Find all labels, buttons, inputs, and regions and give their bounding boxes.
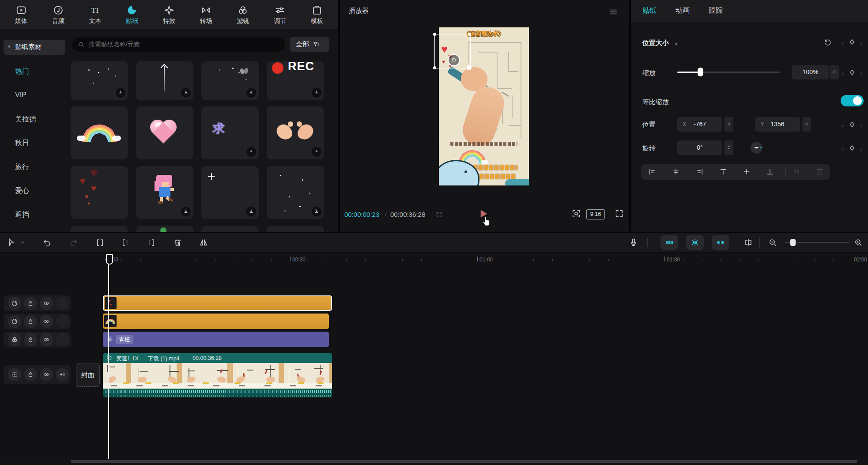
download-icon[interactable]: [312, 147, 321, 157]
keyframe-next-icon[interactable]: ›: [860, 146, 862, 152]
aspect-ratio-button[interactable]: 9:16: [586, 209, 605, 219]
distribute-horizontal-button[interactable]: [793, 168, 800, 176]
rotate-handle[interactable]: [448, 54, 460, 66]
selection-handle[interactable]: [468, 33, 471, 36]
dark-hearts-sticker[interactable]: ♥♥♥♥♥: [71, 166, 128, 219]
player-menu-icon[interactable]: [608, 7, 618, 17]
star-dots-sticker[interactable]: [267, 166, 324, 219]
keyframe-prev-icon[interactable]: ‹: [842, 146, 844, 152]
sparkle-dots-sticker[interactable]: [71, 61, 128, 100]
sticker-clip-selected[interactable]: ♥ ♥: [103, 295, 332, 311]
download-icon[interactable]: [181, 207, 191, 216]
align-left-button[interactable]: [648, 168, 656, 176]
video-clip[interactable]: 变速1.1X 下载 (1).mp4 00:00:36:28: [103, 353, 332, 397]
toggle-visibility-button[interactable]: [40, 315, 53, 328]
small-sparkle-sticker[interactable]: [201, 166, 259, 219]
timeline-zoom-in-button[interactable]: [854, 238, 863, 247]
pink-heart-sticker[interactable]: [136, 106, 193, 159]
sidebar-category-1[interactable]: 热门: [15, 67, 29, 78]
split-keep-right-button[interactable]: [147, 238, 156, 247]
qiu-text-sticker[interactable]: 求: [201, 106, 259, 159]
keyframe-prev-icon[interactable]: ‹: [842, 122, 844, 129]
tab-animation[interactable]: 动画: [676, 6, 690, 15]
sticker-track-icon[interactable]: [8, 315, 21, 328]
align-vertical-center-button[interactable]: [743, 168, 751, 176]
filter-button[interactable]: 全部: [290, 37, 329, 52]
select-tool-button[interactable]: [6, 238, 16, 247]
auto-highlight-button[interactable]: [686, 235, 704, 250]
pixel-girl-sticker[interactable]: [136, 166, 193, 219]
timeline-zoom-out-button[interactable]: [768, 238, 777, 247]
rotation-dial[interactable]: [751, 142, 762, 154]
download-icon[interactable]: [246, 88, 256, 98]
delete-button[interactable]: [173, 238, 182, 247]
download-icon[interactable]: [246, 207, 256, 216]
selection-handle[interactable]: [467, 65, 472, 70]
rotation-stepper[interactable]: [725, 140, 733, 155]
video-track-icon[interactable]: [8, 368, 21, 381]
keyframe-next-icon[interactable]: ›: [860, 70, 862, 76]
sidebar-category-2[interactable]: VIP: [15, 91, 26, 102]
keyframe-diamond-icon[interactable]: [848, 38, 856, 46]
timeline-ruler[interactable]: 00:0000:3001:0001:3002:00: [0, 254, 868, 266]
download-icon[interactable]: [312, 207, 321, 216]
sidebar-category-3[interactable]: 美拉德: [15, 115, 36, 125]
toolbar-item-template[interactable]: 模板: [311, 4, 323, 25]
position-x-input[interactable]: X -767: [677, 117, 722, 132]
download-icon[interactable]: [246, 147, 256, 157]
toolbar-item-media[interactable]: 媒体: [15, 4, 27, 25]
toggle-visibility-button[interactable]: [40, 297, 53, 310]
lock-track-button[interactable]: [24, 333, 37, 346]
position-y-input[interactable]: Y 1356: [755, 117, 800, 132]
keyframe-diamond-icon[interactable]: [848, 144, 856, 152]
distribute-vertical-button[interactable]: [816, 168, 824, 176]
keyframe-diamond-icon[interactable]: [848, 121, 856, 129]
playhead-handle[interactable]: [106, 254, 113, 265]
frame-grid-icon[interactable]: [434, 210, 445, 219]
undo-button[interactable]: [42, 238, 52, 247]
uniform-scale-toggle[interactable]: [841, 95, 864, 106]
sticker-tile-partial[interactable]: [267, 226, 324, 232]
record-voiceover-button[interactable]: [629, 238, 638, 247]
align-top-button[interactable]: [719, 168, 727, 176]
lock-track-button[interactable]: [24, 368, 37, 381]
preview-zoom-button[interactable]: [571, 209, 581, 219]
align-right-button[interactable]: [696, 168, 704, 176]
toolbar-item-sticker[interactable]: 贴纸: [126, 4, 138, 25]
toolbar-item-effects[interactable]: 特效: [163, 4, 175, 25]
toolbar-item-transition[interactable]: 转场: [200, 4, 212, 25]
download-icon[interactable]: [116, 88, 125, 98]
tab-sticker[interactable]: 贴纸: [642, 6, 657, 15]
lock-track-button[interactable]: [24, 297, 37, 310]
toggle-visibility-button[interactable]: [40, 368, 53, 381]
keyframe-prev-icon[interactable]: ‹: [842, 70, 844, 76]
align-horizontal-center-button[interactable]: [672, 168, 680, 176]
position-x-stepper[interactable]: [725, 117, 733, 132]
lock-track-button[interactable]: [24, 315, 37, 328]
collapse-icon[interactable]: ▴: [675, 41, 677, 45]
reset-button[interactable]: [823, 38, 832, 47]
toolbar-item-filter3[interactable]: 滤镜: [237, 4, 249, 25]
mute-track-button[interactable]: [56, 368, 69, 381]
keyframe-next-icon[interactable]: ›: [860, 40, 862, 46]
heart-hands-sticker[interactable]: [267, 106, 324, 159]
keyframe-diamond-icon[interactable]: [848, 68, 856, 76]
toggle-visibility-button[interactable]: [40, 333, 53, 346]
scrollbar-thumb[interactable]: [71, 460, 857, 463]
search-input[interactable]: 搜索贴纸名称/元素: [72, 38, 285, 52]
toolbar-item-text[interactable]: TI文本: [89, 4, 101, 25]
sticker-tile-partial[interactable]: [136, 226, 193, 232]
selection-handle[interactable]: [433, 33, 436, 36]
select-tool-dropdown[interactable]: [19, 239, 26, 246]
selection-handle[interactable]: [433, 66, 436, 69]
sidebar-category-7[interactable]: 遮挡: [15, 210, 29, 221]
sticker-tile-partial[interactable]: [71, 226, 128, 232]
rotation-input[interactable]: 0°: [677, 140, 722, 155]
fullscreen-button[interactable]: [615, 209, 624, 218]
butterfly-sparkle-sticker[interactable]: [201, 61, 259, 100]
toolbar-item-audio[interactable]: 音频: [52, 4, 64, 25]
split-keep-left-button[interactable]: [121, 238, 130, 247]
preview-axis-button[interactable]: [743, 238, 753, 247]
scale-value[interactable]: 100%: [792, 65, 829, 79]
linkage-button[interactable]: [712, 235, 729, 250]
